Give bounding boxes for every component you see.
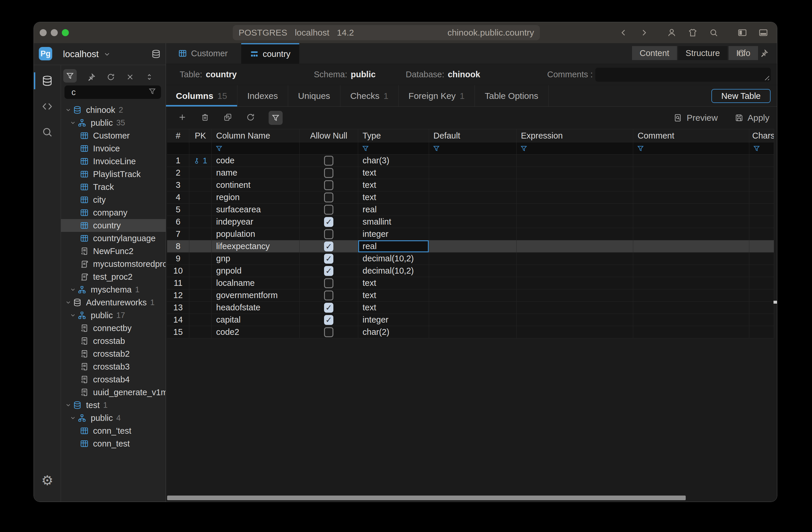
allow-null-cell[interactable] bbox=[300, 204, 358, 216]
tree-item-uuid-generate-v1mc[interactable]: uuid_generate_v1mc bbox=[61, 386, 166, 399]
tree-item-conn-test[interactable]: conn_'test bbox=[61, 425, 166, 437]
header-column-name[interactable]: Column Name bbox=[212, 129, 300, 142]
allow-null-cell[interactable] bbox=[300, 155, 358, 167]
charset-cell[interactable] bbox=[749, 265, 774, 277]
tree-item-customer[interactable]: Customer bbox=[61, 129, 166, 142]
comment-cell[interactable] bbox=[633, 289, 749, 302]
comment-cell[interactable] bbox=[633, 240, 749, 253]
search-filter-icon[interactable] bbox=[148, 87, 156, 97]
default-cell[interactable] bbox=[429, 167, 517, 179]
connection-switcher[interactable]: localhost bbox=[63, 43, 111, 65]
zoom-button[interactable] bbox=[62, 29, 69, 36]
allow-null-checkbox[interactable] bbox=[324, 192, 333, 202]
allow-null-checkbox[interactable] bbox=[324, 229, 333, 239]
comment-cell[interactable] bbox=[633, 191, 749, 204]
allow-null-cell[interactable] bbox=[300, 167, 358, 179]
chevron-down-icon[interactable] bbox=[64, 107, 73, 113]
default-cell[interactable] bbox=[429, 204, 517, 216]
pk-cell[interactable] bbox=[189, 240, 212, 253]
rail-code-icon[interactable] bbox=[34, 94, 61, 119]
comment-cell[interactable] bbox=[633, 302, 749, 314]
expression-cell[interactable] bbox=[517, 216, 633, 228]
comment-cell[interactable] bbox=[633, 314, 749, 326]
type-cell[interactable]: text bbox=[358, 302, 429, 314]
column-name-cell[interactable]: continent bbox=[212, 179, 300, 191]
allow-null-checkbox[interactable] bbox=[324, 278, 333, 288]
tree-item-public[interactable]: public4 bbox=[61, 412, 166, 425]
allow-null-cell[interactable] bbox=[300, 277, 358, 289]
type-cell[interactable]: char(2) bbox=[358, 326, 429, 338]
allow-null-cell[interactable] bbox=[300, 289, 358, 302]
pk-cell[interactable] bbox=[189, 216, 212, 228]
expression-cell[interactable] bbox=[517, 314, 633, 326]
tree-item-test[interactable]: test1 bbox=[61, 399, 166, 412]
column-name-cell[interactable]: localname bbox=[212, 277, 300, 289]
filter-cell[interactable] bbox=[429, 142, 517, 155]
allow-null-cell[interactable] bbox=[300, 326, 358, 338]
grid-refresh-icon[interactable] bbox=[246, 113, 255, 123]
allow-null-cell[interactable] bbox=[300, 179, 358, 191]
charset-cell[interactable] bbox=[749, 289, 774, 302]
expression-cell[interactable] bbox=[517, 326, 633, 338]
tree-item-crosstab3[interactable]: crosstab3 bbox=[61, 360, 166, 373]
expression-cell[interactable] bbox=[517, 253, 633, 265]
pk-cell[interactable] bbox=[189, 191, 212, 204]
type-cell[interactable]: text bbox=[358, 191, 429, 204]
pin-icon[interactable] bbox=[760, 49, 769, 59]
allow-null-checkbox[interactable] bbox=[324, 315, 333, 325]
charset-cell[interactable] bbox=[749, 191, 774, 204]
header-comment[interactable]: Comment bbox=[633, 129, 749, 142]
default-cell[interactable] bbox=[429, 191, 517, 204]
tree-item-crosstab[interactable]: crosstab bbox=[61, 334, 166, 347]
horizontal-scrollbar[interactable] bbox=[167, 495, 686, 500]
allow-null-cell[interactable] bbox=[300, 265, 358, 277]
column-name-cell[interactable]: lifeexpectancy bbox=[212, 240, 300, 253]
comment-cell[interactable] bbox=[633, 167, 749, 179]
charset-cell[interactable] bbox=[749, 228, 774, 240]
column-name-cell[interactable]: code2 bbox=[212, 326, 300, 338]
column-name-cell[interactable]: capital bbox=[212, 314, 300, 326]
tree-refresh-icon[interactable] bbox=[106, 73, 115, 83]
comment-cell[interactable] bbox=[633, 204, 749, 216]
column-name-cell[interactable]: headofstate bbox=[212, 302, 300, 314]
forward-icon[interactable] bbox=[639, 28, 648, 37]
search-icon[interactable] bbox=[709, 28, 719, 38]
comment-cell[interactable] bbox=[633, 265, 749, 277]
expression-cell[interactable] bbox=[517, 167, 633, 179]
tree-item-public[interactable]: public17 bbox=[61, 309, 166, 322]
pk-cell[interactable] bbox=[189, 314, 212, 326]
default-cell[interactable] bbox=[429, 302, 517, 314]
duplicate-column-icon[interactable] bbox=[223, 113, 232, 123]
tree-item-invoiceline[interactable]: InvoiceLine bbox=[61, 155, 166, 168]
back-icon[interactable] bbox=[620, 28, 628, 37]
allow-null-cell[interactable] bbox=[300, 216, 358, 228]
apply-button[interactable]: Apply bbox=[735, 113, 769, 123]
column-name-cell[interactable]: code bbox=[212, 155, 300, 167]
tree-item-chinook[interactable]: chinook2 bbox=[61, 103, 166, 116]
charset-cell[interactable] bbox=[749, 314, 774, 326]
charset-cell[interactable] bbox=[749, 155, 774, 167]
comments-input[interactable] bbox=[595, 68, 771, 82]
tree-item-adventureworks[interactable]: Adventureworks1 bbox=[61, 296, 166, 309]
expression-cell[interactable] bbox=[517, 302, 633, 314]
database-stack-icon[interactable] bbox=[151, 49, 161, 60]
tab-country[interactable]: country bbox=[241, 43, 299, 63]
tree-item-company[interactable]: company bbox=[61, 206, 166, 219]
column-name-cell[interactable]: governmentform bbox=[212, 289, 300, 302]
allow-null-checkbox[interactable] bbox=[324, 205, 333, 215]
view-structure-button[interactable]: Structure bbox=[678, 46, 728, 60]
filter-cell[interactable] bbox=[212, 142, 300, 155]
type-cell[interactable]: decimal(10,2) bbox=[358, 253, 429, 265]
close-button[interactable] bbox=[40, 29, 47, 36]
delete-column-icon[interactable] bbox=[200, 113, 210, 123]
default-cell[interactable] bbox=[429, 179, 517, 191]
expression-cell[interactable] bbox=[517, 228, 633, 240]
pk-cell[interactable] bbox=[189, 277, 212, 289]
charset-cell[interactable] bbox=[749, 302, 774, 314]
account-icon[interactable] bbox=[667, 28, 677, 38]
rail-search-icon[interactable] bbox=[34, 119, 61, 145]
chevron-down-icon[interactable] bbox=[69, 286, 77, 293]
type-cell[interactable]: text bbox=[358, 179, 429, 191]
charset-cell[interactable] bbox=[749, 326, 774, 338]
comment-cell[interactable] bbox=[633, 277, 749, 289]
